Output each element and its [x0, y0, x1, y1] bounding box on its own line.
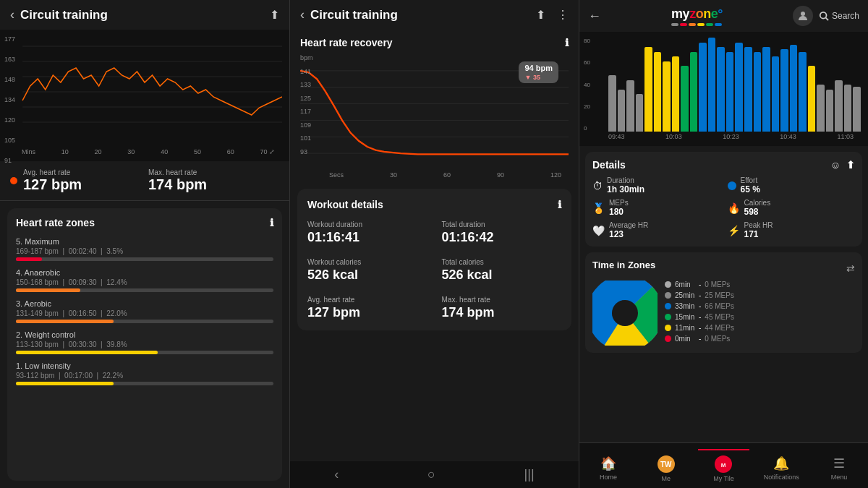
legend-time-darkgray: 25min [675, 291, 695, 299]
legend-meps-yellow: 44 MEPs [705, 324, 734, 332]
myzone-back-icon[interactable]: ← [588, 9, 601, 24]
hrr-info-icon[interactable]: ℹ [565, 37, 569, 48]
meps-value: 180 [609, 207, 629, 217]
bar-orange [689, 23, 696, 26]
logo-n: n [703, 7, 711, 21]
x-90: 90 [497, 171, 504, 179]
legend-dash-darkgray: - [699, 291, 701, 299]
zones-p3-header: Time in Zones ⇄ [592, 260, 855, 276]
wd-info-icon[interactable]: ℹ [558, 199, 561, 210]
share-icon[interactable]: ⬆ [270, 8, 279, 22]
legend-meps-darkgray: 25 MEPs [705, 291, 734, 299]
panel2-more-icon[interactable]: ⋮ [557, 8, 569, 22]
nav-recents-icon[interactable]: ||| [524, 467, 535, 482]
x-60: 60 [443, 171, 451, 179]
myzone-logo-text: myzone° [671, 7, 723, 22]
logo-z: z [689, 7, 696, 21]
duration-value: 1h 30min [607, 184, 644, 194]
logo-degree: ° [718, 7, 723, 21]
search-button[interactable]: Search [819, 11, 859, 21]
meps-block: MEPs 180 [609, 199, 629, 217]
legend-time-yellow: 11min [675, 324, 695, 332]
duration-label: Duration [607, 176, 644, 184]
zone-3-name: 3. Aerobic [16, 299, 273, 308]
hrr-title-text: Heart rate recovery [300, 37, 393, 48]
nav-menu[interactable]: ☰ Menu [810, 443, 868, 488]
zone-item-5: 5. Maximum 169-187 bpm | 00:02:40 | 3.5% [16, 237, 273, 261]
bar-7 [672, 56, 680, 132]
y-label-4: 134 [4, 96, 15, 103]
bar-18 [772, 56, 780, 132]
x-120: 120 [550, 171, 561, 179]
nav-mytile[interactable]: M My Tile [695, 443, 753, 488]
bar-23 [817, 85, 825, 132]
bar-9 [690, 52, 698, 132]
nav-back-icon[interactable]: ‹ [334, 467, 339, 482]
legend-dash-yellow: - [699, 324, 701, 332]
nav-me[interactable]: TW Me [637, 443, 695, 488]
wd-total-calories: Total calories 526 kcal [442, 258, 562, 283]
bottom-nav: 🏠 Home TW Me M My Tile 🔔 Notifications [579, 442, 868, 488]
wd-workout-calories-value: 526 kcal [307, 267, 427, 283]
search-icon [819, 11, 829, 21]
nav-home[interactable]: 🏠 Home [579, 443, 637, 488]
avg-dot [10, 177, 17, 184]
panel2-back-button[interactable]: ‹ [300, 7, 305, 22]
panel-myzone: ← myzone° Search [579, 0, 868, 488]
avg-hr-value: 127 bpm [23, 176, 82, 193]
bar-24 [826, 90, 834, 132]
profile-icon[interactable] [793, 6, 813, 26]
details-grid: ⏱ Duration 1h 30min Effort 65 % 🏅 MEPs 1… [592, 176, 855, 239]
wd-avg-hr-value: 127 bpm [307, 305, 427, 320]
svg-point-12 [801, 12, 805, 16]
menu-underline [813, 449, 865, 450]
legend-meps-gray: 0 MEPs [705, 281, 730, 288]
logo-o1: o [696, 7, 704, 21]
legend-meps-red: 0 MEPs [705, 335, 730, 343]
panel-circuit-training-1: ‹ Circuit training ⬆ 177 163 148 134 120… [0, 0, 289, 488]
zone-2-name: 2. Weight control [16, 330, 273, 339]
menu-icon: ☰ [833, 455, 845, 471]
y-label-7: 177 [4, 35, 15, 43]
panel1-header: ‹ Circuit training ⬆ [0, 0, 289, 30]
legend-dot-yellow [665, 325, 671, 331]
wd-title-text: Workout details [307, 199, 383, 210]
zone-1-name: 1. Low intensity [16, 361, 273, 370]
legend-gray: 6min - 0 MEPs [665, 281, 734, 288]
bar-12 [717, 47, 725, 132]
bar-16 [754, 52, 762, 132]
y-label-3: 120 [4, 116, 15, 124]
bar-10 [699, 43, 707, 132]
zones-info-icon[interactable]: ℹ [270, 217, 273, 228]
p3-y-axis: 806040200 [584, 38, 590, 132]
avg-hr-value: 123 [609, 229, 648, 239]
wd-workout-calories-label: Workout calories [307, 258, 427, 266]
back-button[interactable]: ‹ [10, 7, 14, 22]
zone-5-fill [16, 257, 42, 261]
legend-dot-gray [665, 281, 671, 288]
detail-avg-hr: 🤍 Average HR 123 [592, 221, 720, 239]
legend-darkgray: 25min - 25 MEPs [665, 291, 734, 299]
zone-3-bar [16, 320, 273, 323]
panel-circuit-training-2: ‹ Circuit training ⬆ ⋮ Heart rate recove… [289, 0, 579, 488]
calories-value: 598 [744, 207, 771, 217]
x-50: 50 [194, 148, 201, 155]
p3-bar-chart [587, 38, 861, 132]
nav-home-icon[interactable]: ○ [427, 467, 435, 482]
nav-notifications[interactable]: 🔔 Notifications [752, 443, 810, 488]
calories-label: Calories [744, 199, 771, 207]
effort-dot [728, 181, 736, 190]
legend-green: 15min - 45 MEPs [665, 313, 734, 321]
zones-export-icon[interactable]: ⇄ [846, 262, 855, 274]
notif-underline [755, 449, 807, 450]
panel2-share-icon[interactable]: ⬆ [536, 8, 545, 22]
details-smiley-icon[interactable]: ☺ [830, 159, 841, 171]
profile-svg [797, 10, 809, 22]
wd-avg-hr: Avg. heart rate 127 bpm [307, 296, 427, 320]
zone-1-meta: 93-112 bpm | 00:17:00 | 22.2% [16, 372, 273, 380]
wd-total-duration-value: 01:16:42 [442, 230, 562, 245]
bar-25 [835, 80, 843, 132]
mytile-underline [698, 449, 750, 450]
details-export-icon[interactable]: ⬆ [846, 159, 855, 171]
zone-2-fill [16, 351, 158, 354]
